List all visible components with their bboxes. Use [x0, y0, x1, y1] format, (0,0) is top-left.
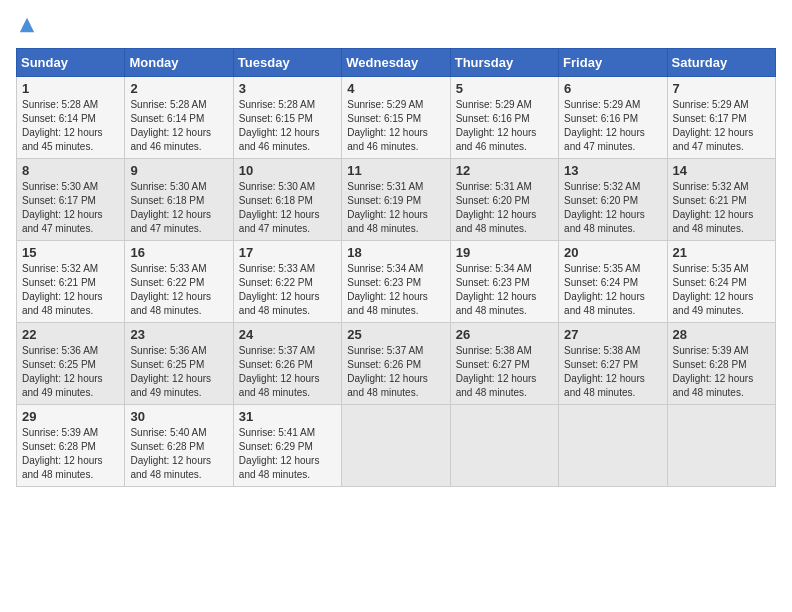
empty-cell: [667, 405, 775, 487]
day-number: 14: [673, 163, 770, 178]
day-cell-15: 15 Sunrise: 5:32 AMSunset: 6:21 PMDaylig…: [17, 241, 125, 323]
day-info: Sunrise: 5:32 AMSunset: 6:21 PMDaylight:…: [22, 262, 119, 318]
day-cell-10: 10 Sunrise: 5:30 AMSunset: 6:18 PMDaylig…: [233, 159, 341, 241]
day-number: 6: [564, 81, 661, 96]
day-number: 3: [239, 81, 336, 96]
day-cell-9: 9 Sunrise: 5:30 AMSunset: 6:18 PMDayligh…: [125, 159, 233, 241]
calendar-table: SundayMondayTuesdayWednesdayThursdayFrid…: [16, 48, 776, 487]
day-cell-2: 2 Sunrise: 5:28 AMSunset: 6:14 PMDayligh…: [125, 77, 233, 159]
day-info: Sunrise: 5:29 AMSunset: 6:16 PMDaylight:…: [456, 98, 553, 154]
day-number: 19: [456, 245, 553, 260]
day-info: Sunrise: 5:32 AMSunset: 6:20 PMDaylight:…: [564, 180, 661, 236]
day-info: Sunrise: 5:30 AMSunset: 6:17 PMDaylight:…: [22, 180, 119, 236]
day-cell-5: 5 Sunrise: 5:29 AMSunset: 6:16 PMDayligh…: [450, 77, 558, 159]
day-cell-22: 22 Sunrise: 5:36 AMSunset: 6:25 PMDaylig…: [17, 323, 125, 405]
empty-cell: [559, 405, 667, 487]
day-number: 28: [673, 327, 770, 342]
day-number: 21: [673, 245, 770, 260]
empty-cell: [342, 405, 450, 487]
day-cell-13: 13 Sunrise: 5:32 AMSunset: 6:20 PMDaylig…: [559, 159, 667, 241]
day-number: 9: [130, 163, 227, 178]
logo: [16, 16, 36, 36]
week-row-2: 8 Sunrise: 5:30 AMSunset: 6:17 PMDayligh…: [17, 159, 776, 241]
day-info: Sunrise: 5:33 AMSunset: 6:22 PMDaylight:…: [130, 262, 227, 318]
calendar-body: 1 Sunrise: 5:28 AMSunset: 6:14 PMDayligh…: [17, 77, 776, 487]
day-info: Sunrise: 5:29 AMSunset: 6:16 PMDaylight:…: [564, 98, 661, 154]
day-info: Sunrise: 5:33 AMSunset: 6:22 PMDaylight:…: [239, 262, 336, 318]
header: [16, 16, 776, 36]
day-info: Sunrise: 5:30 AMSunset: 6:18 PMDaylight:…: [130, 180, 227, 236]
day-number: 26: [456, 327, 553, 342]
day-number: 12: [456, 163, 553, 178]
day-number: 5: [456, 81, 553, 96]
day-cell-21: 21 Sunrise: 5:35 AMSunset: 6:24 PMDaylig…: [667, 241, 775, 323]
day-info: Sunrise: 5:28 AMSunset: 6:15 PMDaylight:…: [239, 98, 336, 154]
logo-icon: [18, 16, 36, 34]
day-number: 23: [130, 327, 227, 342]
week-row-5: 29 Sunrise: 5:39 AMSunset: 6:28 PMDaylig…: [17, 405, 776, 487]
header-thursday: Thursday: [450, 49, 558, 77]
day-info: Sunrise: 5:28 AMSunset: 6:14 PMDaylight:…: [22, 98, 119, 154]
day-number: 8: [22, 163, 119, 178]
day-cell-18: 18 Sunrise: 5:34 AMSunset: 6:23 PMDaylig…: [342, 241, 450, 323]
header-sunday: Sunday: [17, 49, 125, 77]
day-cell-14: 14 Sunrise: 5:32 AMSunset: 6:21 PMDaylig…: [667, 159, 775, 241]
day-cell-12: 12 Sunrise: 5:31 AMSunset: 6:20 PMDaylig…: [450, 159, 558, 241]
day-info: Sunrise: 5:30 AMSunset: 6:18 PMDaylight:…: [239, 180, 336, 236]
day-number: 18: [347, 245, 444, 260]
calendar-header: SundayMondayTuesdayWednesdayThursdayFrid…: [17, 49, 776, 77]
day-info: Sunrise: 5:29 AMSunset: 6:15 PMDaylight:…: [347, 98, 444, 154]
day-number: 16: [130, 245, 227, 260]
day-info: Sunrise: 5:38 AMSunset: 6:27 PMDaylight:…: [564, 344, 661, 400]
day-cell-11: 11 Sunrise: 5:31 AMSunset: 6:19 PMDaylig…: [342, 159, 450, 241]
day-info: Sunrise: 5:40 AMSunset: 6:28 PMDaylight:…: [130, 426, 227, 482]
header-monday: Monday: [125, 49, 233, 77]
day-cell-6: 6 Sunrise: 5:29 AMSunset: 6:16 PMDayligh…: [559, 77, 667, 159]
day-info: Sunrise: 5:36 AMSunset: 6:25 PMDaylight:…: [130, 344, 227, 400]
day-info: Sunrise: 5:35 AMSunset: 6:24 PMDaylight:…: [673, 262, 770, 318]
day-info: Sunrise: 5:37 AMSunset: 6:26 PMDaylight:…: [347, 344, 444, 400]
day-cell-27: 27 Sunrise: 5:38 AMSunset: 6:27 PMDaylig…: [559, 323, 667, 405]
day-info: Sunrise: 5:28 AMSunset: 6:14 PMDaylight:…: [130, 98, 227, 154]
day-info: Sunrise: 5:34 AMSunset: 6:23 PMDaylight:…: [347, 262, 444, 318]
day-cell-31: 31 Sunrise: 5:41 AMSunset: 6:29 PMDaylig…: [233, 405, 341, 487]
day-number: 4: [347, 81, 444, 96]
day-number: 25: [347, 327, 444, 342]
day-number: 1: [22, 81, 119, 96]
day-cell-25: 25 Sunrise: 5:37 AMSunset: 6:26 PMDaylig…: [342, 323, 450, 405]
day-cell-24: 24 Sunrise: 5:37 AMSunset: 6:26 PMDaylig…: [233, 323, 341, 405]
day-cell-28: 28 Sunrise: 5:39 AMSunset: 6:28 PMDaylig…: [667, 323, 775, 405]
day-cell-26: 26 Sunrise: 5:38 AMSunset: 6:27 PMDaylig…: [450, 323, 558, 405]
day-cell-3: 3 Sunrise: 5:28 AMSunset: 6:15 PMDayligh…: [233, 77, 341, 159]
day-info: Sunrise: 5:31 AMSunset: 6:20 PMDaylight:…: [456, 180, 553, 236]
header-friday: Friday: [559, 49, 667, 77]
empty-cell: [450, 405, 558, 487]
day-info: Sunrise: 5:39 AMSunset: 6:28 PMDaylight:…: [673, 344, 770, 400]
day-info: Sunrise: 5:38 AMSunset: 6:27 PMDaylight:…: [456, 344, 553, 400]
day-info: Sunrise: 5:36 AMSunset: 6:25 PMDaylight:…: [22, 344, 119, 400]
day-number: 27: [564, 327, 661, 342]
day-cell-17: 17 Sunrise: 5:33 AMSunset: 6:22 PMDaylig…: [233, 241, 341, 323]
day-number: 22: [22, 327, 119, 342]
header-wednesday: Wednesday: [342, 49, 450, 77]
day-number: 17: [239, 245, 336, 260]
day-cell-19: 19 Sunrise: 5:34 AMSunset: 6:23 PMDaylig…: [450, 241, 558, 323]
day-info: Sunrise: 5:41 AMSunset: 6:29 PMDaylight:…: [239, 426, 336, 482]
header-tuesday: Tuesday: [233, 49, 341, 77]
day-number: 24: [239, 327, 336, 342]
day-cell-30: 30 Sunrise: 5:40 AMSunset: 6:28 PMDaylig…: [125, 405, 233, 487]
day-number: 20: [564, 245, 661, 260]
day-number: 2: [130, 81, 227, 96]
week-row-4: 22 Sunrise: 5:36 AMSunset: 6:25 PMDaylig…: [17, 323, 776, 405]
day-info: Sunrise: 5:37 AMSunset: 6:26 PMDaylight:…: [239, 344, 336, 400]
week-row-3: 15 Sunrise: 5:32 AMSunset: 6:21 PMDaylig…: [17, 241, 776, 323]
day-number: 11: [347, 163, 444, 178]
day-info: Sunrise: 5:32 AMSunset: 6:21 PMDaylight:…: [673, 180, 770, 236]
day-cell-16: 16 Sunrise: 5:33 AMSunset: 6:22 PMDaylig…: [125, 241, 233, 323]
svg-marker-0: [20, 18, 34, 32]
day-cell-23: 23 Sunrise: 5:36 AMSunset: 6:25 PMDaylig…: [125, 323, 233, 405]
day-cell-4: 4 Sunrise: 5:29 AMSunset: 6:15 PMDayligh…: [342, 77, 450, 159]
day-number: 7: [673, 81, 770, 96]
day-number: 30: [130, 409, 227, 424]
day-number: 13: [564, 163, 661, 178]
